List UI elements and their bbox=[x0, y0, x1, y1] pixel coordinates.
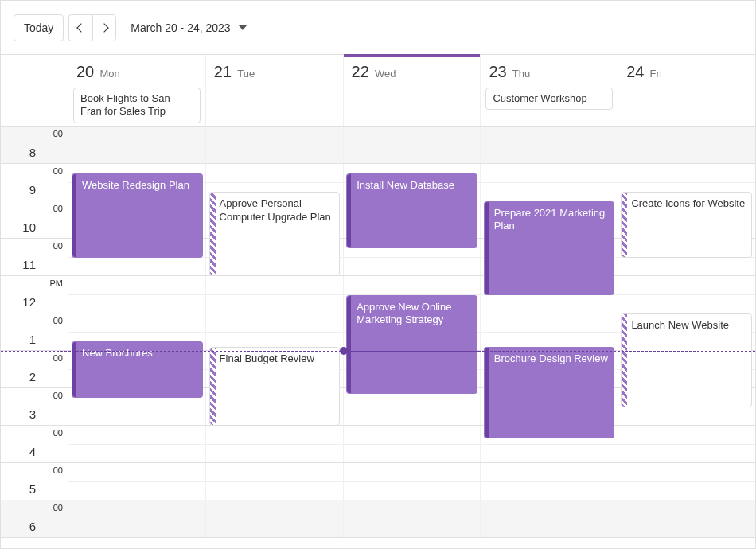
day-header[interactable]: 22 Wed bbox=[344, 55, 481, 126]
day-of-week: Wed bbox=[375, 68, 396, 80]
today-button[interactable]: Today bbox=[14, 14, 64, 41]
nav-group bbox=[68, 14, 116, 41]
day-of-week: Thu bbox=[512, 68, 530, 80]
day-header[interactable]: 21 Tue bbox=[206, 55, 344, 126]
minute-label: 00 bbox=[41, 127, 68, 163]
event-title: Brochure Design Review bbox=[494, 352, 610, 365]
minute-label: 00 bbox=[41, 463, 68, 500]
hour-label: 1 bbox=[1, 313, 41, 350]
prev-button[interactable] bbox=[68, 14, 92, 41]
event-accent-bar bbox=[347, 174, 351, 247]
calendar-body[interactable]: 8009001000110012PM100200300400500600 Web… bbox=[1, 127, 755, 549]
calendar-event[interactable]: New Brochures bbox=[72, 341, 203, 398]
hour-label: 11 bbox=[1, 239, 41, 275]
calendar-event[interactable]: Brochure Design Review bbox=[484, 347, 615, 438]
hour-label: 8 bbox=[1, 127, 41, 163]
caret-down-icon bbox=[239, 25, 247, 30]
event-accent-bar bbox=[72, 342, 76, 397]
chevron-left-icon bbox=[76, 23, 85, 32]
calendar-workweek-view: Today March 20 - 24, 2023 20 MonBook Fli… bbox=[0, 0, 756, 549]
event-column: Approve Personal Computer Upgrade PlanFi… bbox=[206, 127, 344, 549]
event-title: Launch New Website bbox=[631, 319, 746, 332]
event-accent-bar bbox=[485, 202, 489, 294]
day-number: 20 bbox=[76, 63, 94, 80]
event-columns: Website Redesign PlanNew BrochuresApprov… bbox=[68, 127, 755, 549]
event-title: Final Budget Review bbox=[220, 352, 335, 365]
minute-label: 00 bbox=[41, 351, 68, 387]
event-title: Create Icons for Website bbox=[631, 197, 746, 210]
hour-label: 2 bbox=[1, 351, 41, 387]
calendar-event[interactable]: Final Budget Review bbox=[209, 347, 341, 426]
event-column: Create Icons for WebsiteLaunch New Websi… bbox=[618, 127, 755, 549]
day-title: 24 Fri bbox=[618, 60, 755, 88]
minute-label: 00 bbox=[41, 164, 68, 201]
event-title: New Brochures bbox=[82, 347, 197, 360]
minute-label: 00 bbox=[41, 388, 68, 425]
day-number: 23 bbox=[489, 63, 506, 80]
event-accent-bar bbox=[210, 348, 216, 425]
event-column: Install New DatabaseApprove New Online M… bbox=[343, 127, 481, 549]
chevron-right-icon bbox=[100, 23, 109, 32]
allday-event[interactable]: Book Flights to San Fran for Sales Trip bbox=[73, 88, 201, 123]
calendar-event[interactable]: Prepare 2021 Marketing Plan bbox=[484, 201, 615, 295]
date-range-dropdown[interactable]: March 20 - 24, 2023 bbox=[121, 14, 255, 41]
minute-label: 00 bbox=[41, 239, 68, 275]
day-header[interactable]: 20 MonBook Flights to San Fran for Sales… bbox=[68, 55, 206, 126]
event-accent-bar bbox=[485, 348, 489, 438]
calendar-event[interactable]: Approve New Online Marketing Strategy bbox=[346, 295, 477, 395]
date-range-label: March 20 - 24, 2023 bbox=[131, 21, 230, 34]
day-title: 22 Wed bbox=[344, 60, 481, 88]
allday-event[interactable]: Customer Workshop bbox=[485, 88, 613, 110]
hour-label: 10 bbox=[1, 201, 41, 238]
hour-label: 5 bbox=[1, 463, 41, 500]
event-column: Prepare 2021 Marketing PlanBrochure Desi… bbox=[481, 127, 618, 549]
event-title: Approve New Online Marketing Strategy bbox=[357, 301, 472, 327]
day-number: 24 bbox=[626, 63, 644, 80]
next-button[interactable] bbox=[92, 14, 116, 41]
calendar-event[interactable]: Website Redesign Plan bbox=[72, 173, 203, 258]
event-column: Website Redesign PlanNew Brochures bbox=[68, 127, 206, 549]
event-title: Approve Personal Computer Upgrade Plan bbox=[220, 197, 335, 224]
day-header[interactable]: 23 ThuCustomer Workshop bbox=[481, 55, 618, 126]
event-accent-bar bbox=[210, 193, 216, 275]
event-accent-bar bbox=[622, 314, 627, 407]
minute-label: 00 bbox=[41, 426, 68, 462]
minute-label: 00 bbox=[41, 500, 68, 537]
day-number: 22 bbox=[352, 63, 369, 80]
hour-label: 9 bbox=[1, 164, 41, 201]
minute-label: 00 bbox=[41, 313, 68, 350]
day-title: 20 Mon bbox=[68, 60, 205, 88]
day-title: 21 Tue bbox=[206, 60, 343, 88]
hour-label: 3 bbox=[1, 388, 41, 425]
event-title: Install New Database bbox=[357, 179, 472, 192]
hour-label: 4 bbox=[1, 426, 41, 462]
event-accent-bar bbox=[72, 174, 76, 257]
event-title: Website Redesign Plan bbox=[82, 179, 197, 192]
minute-label: 00 bbox=[41, 201, 68, 238]
event-title: Prepare 2021 Marketing Plan bbox=[494, 207, 610, 233]
day-of-week: Mon bbox=[99, 68, 119, 80]
header-gutter bbox=[1, 55, 68, 126]
minute-label: PM bbox=[41, 276, 68, 313]
toolbar: Today March 20 - 24, 2023 bbox=[1, 1, 755, 55]
event-accent-bar bbox=[347, 296, 351, 394]
day-number: 21 bbox=[214, 63, 232, 80]
event-accent-bar bbox=[622, 193, 627, 256]
day-of-week: Fri bbox=[650, 68, 662, 80]
calendar-event[interactable]: Launch New Website bbox=[621, 313, 752, 407]
day-header[interactable]: 24 Fri bbox=[618, 55, 755, 126]
calendar-event[interactable]: Create Icons for Website bbox=[621, 192, 752, 257]
hour-label: 6 bbox=[1, 500, 41, 537]
day-header-row: 20 MonBook Flights to San Fran for Sales… bbox=[1, 55, 755, 127]
day-of-week: Tue bbox=[237, 68, 255, 80]
day-title: 23 Thu bbox=[481, 60, 618, 88]
calendar-event[interactable]: Approve Personal Computer Upgrade Plan bbox=[209, 192, 341, 276]
calendar-event[interactable]: Install New Database bbox=[346, 173, 477, 248]
hour-label: 12 bbox=[1, 276, 41, 313]
